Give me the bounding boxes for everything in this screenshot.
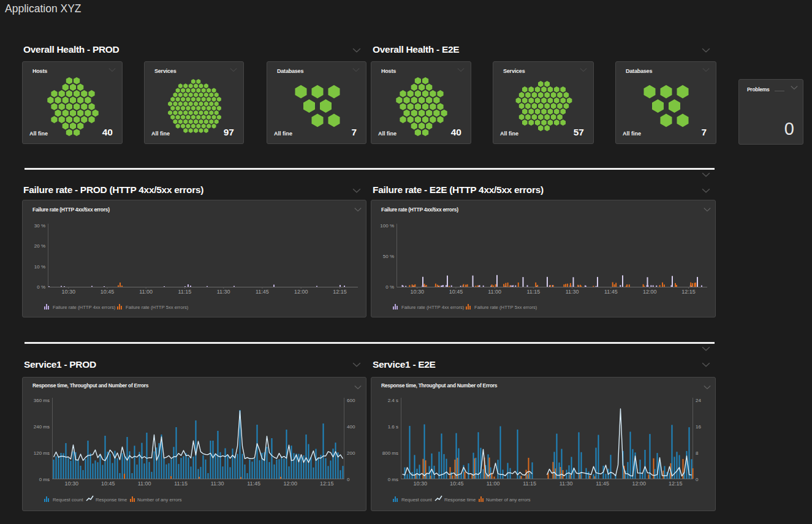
svg-text:12:00: 12:00 (632, 480, 646, 487)
svg-text:11:30: 11:30 (560, 480, 573, 487)
svg-text:10 %: 10 % (34, 264, 45, 270)
svg-text:400: 400 (347, 424, 355, 430)
svg-text:1.6 s: 1.6 s (388, 424, 398, 430)
svg-text:11:00: 11:00 (488, 289, 501, 295)
svg-text:11:30: 11:30 (211, 480, 224, 487)
svg-text:11:15: 11:15 (523, 480, 536, 487)
svg-text:16: 16 (696, 424, 701, 430)
svg-text:20 %: 20 % (34, 243, 45, 249)
svg-text:11:45: 11:45 (256, 289, 269, 295)
svg-text:Failure rate (HTTP 4xx errors): Failure rate (HTTP 4xx errors) (53, 305, 116, 310)
svg-text:10:45: 10:45 (450, 480, 464, 487)
svg-text:50 %: 50 % (383, 254, 394, 259)
svg-text:12:00: 12:00 (294, 289, 308, 295)
svg-text:11:00: 11:00 (138, 480, 151, 487)
svg-text:11:15: 11:15 (178, 289, 191, 295)
svg-text:240 ms: 240 ms (34, 424, 50, 430)
svg-text:11:00: 11:00 (487, 480, 500, 487)
svg-text:24: 24 (696, 398, 701, 403)
svg-text:200: 200 (347, 450, 355, 456)
svg-text:10:45: 10:45 (101, 289, 115, 295)
svg-text:2.4 s: 2.4 s (388, 398, 398, 403)
svg-text:11:30: 11:30 (566, 289, 579, 295)
svg-text:30 %: 30 % (34, 223, 45, 229)
svg-text:Request count: Request count (53, 497, 83, 503)
svg-text:8: 8 (696, 450, 699, 456)
svg-text:12:15: 12:15 (681, 289, 696, 295)
svg-text:0 ms: 0 ms (39, 477, 50, 482)
svg-text:120 ms: 120 ms (34, 450, 50, 456)
svg-text:Failure rate (HTTP 5xx errors): Failure rate (HTTP 5xx errors) (474, 305, 537, 310)
svg-text:360 ms: 360 ms (34, 398, 50, 403)
svg-text:Failure rate (HTTP 5xx errors): Failure rate (HTTP 5xx errors) (126, 305, 189, 310)
svg-text:Response time: Response time (96, 497, 127, 503)
svg-text:Request count: Request count (401, 497, 432, 503)
svg-text:12:15: 12:15 (320, 480, 334, 487)
svg-text:11:15: 11:15 (526, 289, 540, 295)
svg-text:0: 0 (347, 477, 350, 482)
svg-text:12:00: 12:00 (643, 289, 657, 295)
svg-text:Number of any errors: Number of any errors (137, 497, 182, 503)
svg-text:11:15: 11:15 (174, 480, 188, 487)
svg-text:800 ms: 800 ms (382, 450, 398, 456)
svg-text:600: 600 (347, 398, 355, 403)
svg-text:12:15: 12:15 (669, 480, 683, 487)
svg-text:11:00: 11:00 (139, 289, 153, 295)
svg-text:10:30: 10:30 (413, 480, 427, 487)
svg-text:10:30: 10:30 (64, 480, 78, 487)
svg-text:10:45: 10:45 (101, 480, 115, 487)
svg-text:0 %: 0 % (37, 284, 45, 290)
svg-text:100 %: 100 % (380, 223, 394, 229)
svg-text:11:45: 11:45 (604, 289, 618, 295)
svg-text:0 ms: 0 ms (388, 477, 398, 482)
svg-text:10:45: 10:45 (449, 289, 463, 295)
svg-text:Number of any errors: Number of any errors (486, 497, 531, 503)
svg-text:12:15: 12:15 (333, 289, 347, 295)
svg-text:10:30: 10:30 (61, 289, 75, 295)
svg-text:11:30: 11:30 (217, 289, 230, 295)
svg-text:Response time: Response time (444, 497, 476, 503)
svg-text:Failure rate (HTTP 4xx errors): Failure rate (HTTP 4xx errors) (401, 305, 465, 310)
svg-text:0 %: 0 % (385, 284, 394, 290)
svg-text:10:30: 10:30 (410, 289, 424, 295)
svg-text:12:00: 12:00 (283, 480, 297, 487)
svg-text:11:45: 11:45 (247, 480, 260, 487)
svg-text:0: 0 (696, 477, 699, 482)
svg-text:11:45: 11:45 (596, 480, 609, 487)
